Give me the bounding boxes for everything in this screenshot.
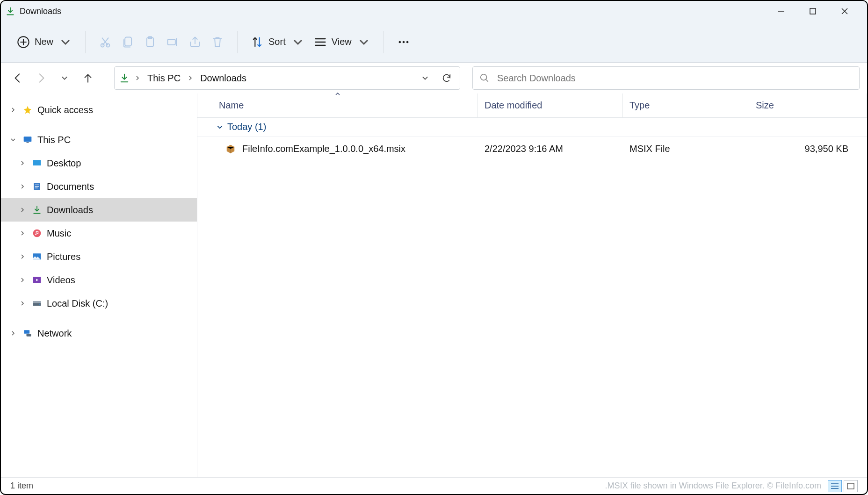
chevron-down-icon[interactable] [8, 135, 18, 144]
delete-button[interactable] [206, 31, 229, 53]
sidebar-item-label: Local Disk (C:) [47, 298, 108, 309]
svg-rect-26 [33, 301, 41, 303]
new-button[interactable]: New [12, 31, 77, 53]
chevron-right-icon[interactable] [18, 275, 27, 285]
column-name-header[interactable]: Name [197, 93, 478, 117]
file-type: MSIX File [623, 143, 749, 154]
paste-button[interactable] [139, 31, 161, 53]
svg-rect-13 [24, 136, 32, 142]
body: Quick access This PC Desktop Documents D… [1, 93, 867, 477]
address-bar[interactable]: This PC Downloads [114, 66, 460, 90]
recent-locations-button[interactable] [56, 70, 73, 86]
sidebar-item-downloads[interactable]: Downloads [1, 198, 197, 222]
chevron-right-icon[interactable] [18, 158, 27, 168]
svg-rect-5 [125, 37, 131, 46]
sidebar: Quick access This PC Desktop Documents D… [1, 93, 197, 477]
column-date-header[interactable]: Date modified [478, 93, 623, 117]
breadcrumb-current[interactable]: Downloads [198, 73, 248, 84]
sidebar-item-label: Network [37, 328, 72, 339]
svg-point-10 [402, 41, 405, 43]
sidebar-item-network[interactable]: Network [1, 322, 197, 345]
close-button[interactable] [835, 2, 854, 21]
sidebar-item-desktop[interactable]: Desktop [1, 151, 197, 175]
copy-button[interactable] [116, 31, 139, 53]
sidebar-item-music[interactable]: Music [1, 222, 197, 245]
details-view-button[interactable] [828, 480, 842, 492]
downloads-icon [32, 205, 42, 215]
view-button-label: View [332, 36, 352, 47]
status-bar: 1 item .MSIX file shown in Windows File … [1, 477, 867, 494]
view-button[interactable]: View [309, 31, 375, 53]
sidebar-item-pictures[interactable]: Pictures [1, 245, 197, 268]
column-label: Name [219, 100, 244, 111]
chevron-right-icon[interactable] [18, 205, 27, 215]
column-label: Date modified [485, 100, 542, 111]
svg-point-11 [406, 41, 409, 43]
sidebar-item-quick-access[interactable]: Quick access [1, 98, 197, 122]
more-button[interactable] [392, 31, 415, 53]
music-icon [32, 228, 42, 238]
sidebar-item-label: Documents [47, 181, 94, 192]
chevron-right-icon[interactable] [18, 229, 27, 238]
group-label: Today (1) [227, 122, 266, 132]
svg-rect-14 [27, 142, 29, 143]
sidebar-item-local-disk[interactable]: Local Disk (C:) [1, 292, 197, 315]
file-date: 2/22/2023 9:16 AM [478, 143, 623, 154]
sort-button-label: Sort [268, 36, 286, 47]
chevron-right-icon[interactable] [18, 252, 27, 261]
refresh-button[interactable] [438, 70, 455, 86]
status-item-count: 1 item [10, 481, 33, 491]
desktop-icon [32, 158, 42, 168]
chevron-right-icon[interactable] [18, 299, 27, 308]
status-credit: .MSIX file shown in Windows File Explore… [605, 481, 821, 491]
maximize-button[interactable] [803, 2, 822, 21]
search-icon [479, 73, 490, 83]
chevron-right-icon[interactable] [8, 105, 18, 115]
toolbar: New Sort View [1, 22, 867, 63]
rename-button[interactable] [161, 31, 184, 53]
share-button[interactable] [184, 31, 206, 53]
breadcrumb-root[interactable]: This PC [145, 73, 182, 84]
search-input[interactable] [497, 73, 853, 84]
sidebar-item-label: This PC [37, 135, 71, 145]
svg-rect-29 [27, 334, 31, 337]
cut-button[interactable] [94, 31, 116, 53]
svg-point-9 [398, 41, 401, 43]
drive-icon [32, 298, 42, 308]
navigation-row: This PC Downloads [1, 63, 867, 93]
sidebar-item-label: Quick access [37, 105, 93, 115]
minimize-button[interactable] [772, 2, 790, 21]
toolbar-separator [85, 31, 86, 53]
column-headers: Name Date modified Type Size [197, 93, 867, 118]
sidebar-item-videos[interactable]: Videos [1, 268, 197, 292]
file-name: FileInfo.comExample_1.0.0.0_x64.msix [242, 143, 405, 154]
thumbnails-view-button[interactable] [844, 480, 858, 492]
sidebar-item-label: Music [47, 228, 71, 239]
column-type-header[interactable]: Type [623, 93, 749, 117]
view-toggle [828, 480, 858, 492]
downloads-icon [119, 73, 130, 83]
search-box[interactable] [472, 66, 860, 90]
address-history-button[interactable] [417, 70, 434, 86]
sidebar-item-this-pc[interactable]: This PC [1, 128, 197, 151]
svg-rect-1 [810, 8, 816, 14]
file-row[interactable]: FileInfo.comExample_1.0.0.0_x64.msix 2/2… [197, 136, 867, 161]
sidebar-item-label: Desktop [47, 158, 81, 169]
svg-rect-19 [35, 188, 38, 188]
chevron-right-icon[interactable] [18, 182, 27, 191]
documents-icon [32, 181, 42, 192]
back-button[interactable] [9, 70, 26, 86]
svg-rect-28 [24, 330, 30, 334]
svg-rect-17 [35, 185, 39, 185]
sort-button[interactable]: Sort [246, 31, 309, 53]
chevron-right-icon[interactable] [8, 329, 18, 338]
column-size-header[interactable]: Size [749, 93, 867, 117]
column-label: Type [629, 100, 650, 111]
window-title: Downloads [20, 7, 61, 16]
group-header-today[interactable]: Today (1) [197, 118, 867, 136]
up-button[interactable] [80, 70, 96, 86]
pictures-icon [32, 251, 42, 262]
chevron-right-icon [187, 75, 194, 81]
forward-button[interactable] [33, 70, 50, 86]
sidebar-item-documents[interactable]: Documents [1, 175, 197, 198]
